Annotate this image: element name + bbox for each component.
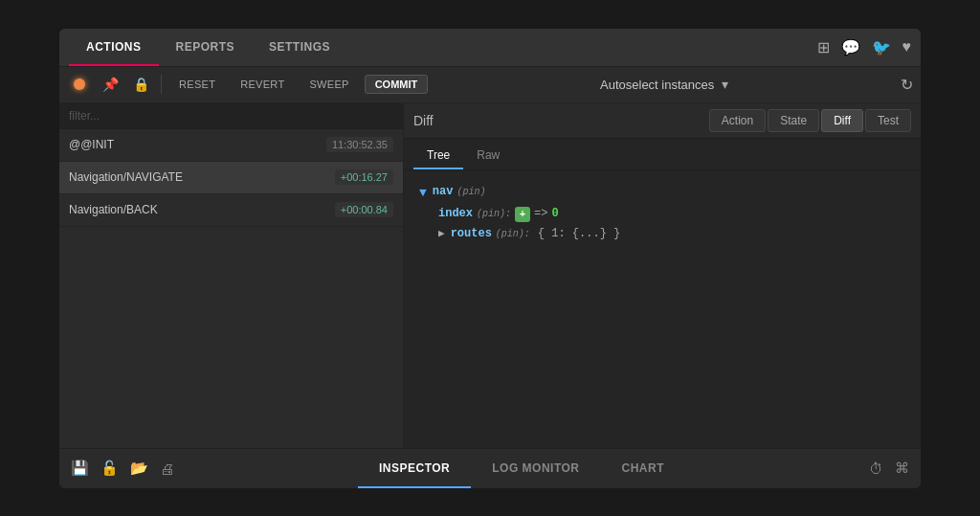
monitor-icon[interactable]: ⊞ bbox=[817, 38, 830, 56]
commit-button[interactable]: COMMIT bbox=[365, 75, 429, 94]
dropdown-icon[interactable]: ▾ bbox=[722, 77, 728, 92]
right-header: Diff Action State Diff Test bbox=[404, 103, 921, 139]
subtab-tree[interactable]: Tree bbox=[413, 145, 463, 169]
subtab-raw[interactable]: Raw bbox=[463, 145, 513, 169]
diff-pin-routes: (pin): bbox=[496, 226, 530, 243]
diff-pin-nav: (pin) bbox=[457, 184, 485, 201]
diff-key-routes: routes bbox=[451, 224, 492, 245]
filter-input[interactable] bbox=[59, 103, 403, 129]
diff-key-nav: nav bbox=[433, 182, 454, 203]
collapse-arrow-icon[interactable]: ▶ bbox=[438, 225, 445, 244]
app-window: ACTIONS REPORTS SETTINGS ⊞ 💬 🐦 ♥ 📌 🔒 RES… bbox=[59, 29, 921, 488]
tab-actions[interactable]: ACTIONS bbox=[69, 29, 159, 67]
reset-button[interactable]: RESET bbox=[169, 76, 225, 93]
lock-button[interactable]: 🔒 bbox=[128, 72, 153, 97]
diff-value-index: 0 bbox=[551, 204, 558, 225]
action-time-delta: +00:00.84 bbox=[335, 202, 393, 217]
bottom-tab-log-monitor[interactable]: LOG MONITOR bbox=[471, 448, 600, 488]
action-time: 11:30:52.35 bbox=[326, 137, 393, 152]
chat-icon[interactable]: 💬 bbox=[841, 38, 860, 56]
action-item-back[interactable]: Navigation/BACK +00:00.84 bbox=[59, 194, 403, 227]
tab-action[interactable]: Action bbox=[709, 109, 766, 132]
terminal-icon[interactable]: ⌘ bbox=[895, 460, 909, 477]
main-content: @@INIT 11:30:52.35 Navigation/NAVIGATE +… bbox=[59, 103, 921, 448]
sweep-button[interactable]: SWEEP bbox=[300, 76, 358, 93]
bottom-bar: 💾 🔓 📂 🖨 INSPECTOR LOG MONITOR CHART ⏱ ⌘ bbox=[59, 448, 921, 488]
diff-nav-header: ▼ nav (pin) bbox=[419, 182, 905, 204]
diff-title: Diff bbox=[413, 113, 709, 128]
diff-arrow-sym: => bbox=[534, 204, 547, 225]
toolbar-center: Autoselect instances ▾ bbox=[434, 77, 895, 92]
diff-value-routes: { 1: {...} } bbox=[538, 224, 620, 245]
print-icon[interactable]: 🖨 bbox=[160, 460, 174, 477]
diff-routes-line: ▶ routes (pin): { 1: {...} } bbox=[438, 224, 905, 245]
diff-key-index: index bbox=[438, 204, 473, 225]
top-nav-icons: ⊞ 💬 🐦 ♥ bbox=[817, 38, 912, 56]
tab-state[interactable]: State bbox=[768, 109, 819, 132]
action-list: @@INIT 11:30:52.35 Navigation/NAVIGATE +… bbox=[59, 129, 403, 448]
tab-reports[interactable]: REPORTS bbox=[159, 29, 253, 67]
top-nav-tabs: ACTIONS REPORTS SETTINGS bbox=[69, 29, 347, 67]
left-panel: @@INIT 11:30:52.35 Navigation/NAVIGATE +… bbox=[59, 103, 404, 448]
toolbar: 📌 🔒 RESET REVERT SWEEP COMMIT Autoselect… bbox=[59, 67, 921, 103]
separator bbox=[161, 75, 162, 94]
action-name: Navigation/NAVIGATE bbox=[69, 170, 183, 184]
tab-diff[interactable]: Diff bbox=[821, 109, 863, 132]
refresh-icon[interactable]: ↻ bbox=[901, 76, 913, 94]
diff-plus-icon: + bbox=[515, 207, 530, 222]
bottom-right-icons: ⏱ ⌘ bbox=[869, 460, 909, 477]
bottom-tab-chart[interactable]: CHART bbox=[601, 448, 686, 488]
bottom-tab-inspector[interactable]: INSPECTOR bbox=[358, 448, 471, 488]
pin-button[interactable]: 📌 bbox=[98, 72, 122, 97]
unlock-icon[interactable]: 🔓 bbox=[100, 460, 119, 477]
record-button[interactable] bbox=[67, 72, 92, 97]
heart-icon[interactable]: ♥ bbox=[902, 38, 912, 56]
action-item-navigate[interactable]: Navigation/NAVIGATE +00:16.27 bbox=[59, 162, 403, 194]
diff-pin-index: (pin): bbox=[477, 206, 511, 223]
autoselect-label: Autoselect instances bbox=[600, 78, 714, 92]
tab-settings[interactable]: SETTINGS bbox=[252, 29, 347, 67]
tab-buttons: Action State Diff Test bbox=[709, 109, 911, 132]
bottom-tabs: INSPECTOR LOG MONITOR CHART bbox=[174, 448, 869, 488]
record-dot bbox=[74, 79, 85, 90]
action-name: Navigation/BACK bbox=[69, 203, 158, 216]
bottom-left-icons: 💾 🔓 📂 🖨 bbox=[71, 460, 174, 477]
diff-content: ▼ nav (pin) index (pin): + => 0 ▶ routes… bbox=[404, 170, 921, 448]
right-panel: Diff Action State Diff Test Tree Raw ▼ n… bbox=[404, 103, 921, 448]
twitter-icon[interactable]: 🐦 bbox=[872, 38, 891, 56]
expand-arrow-icon[interactable]: ▼ bbox=[419, 182, 427, 204]
folder-icon[interactable]: 📂 bbox=[130, 460, 148, 477]
history-icon[interactable]: ⏱ bbox=[869, 460, 883, 477]
sub-tabs: Tree Raw bbox=[404, 139, 921, 170]
save-icon[interactable]: 💾 bbox=[71, 460, 89, 477]
action-name: @@INIT bbox=[69, 138, 114, 151]
action-time-delta: +00:16.27 bbox=[335, 169, 393, 185]
revert-button[interactable]: REVERT bbox=[231, 76, 294, 93]
diff-index-line: index (pin): + => 0 bbox=[438, 204, 905, 225]
action-item-init[interactable]: @@INIT 11:30:52.35 bbox=[59, 129, 403, 162]
top-nav: ACTIONS REPORTS SETTINGS ⊞ 💬 🐦 ♥ bbox=[59, 29, 921, 67]
tab-test[interactable]: Test bbox=[865, 109, 911, 132]
